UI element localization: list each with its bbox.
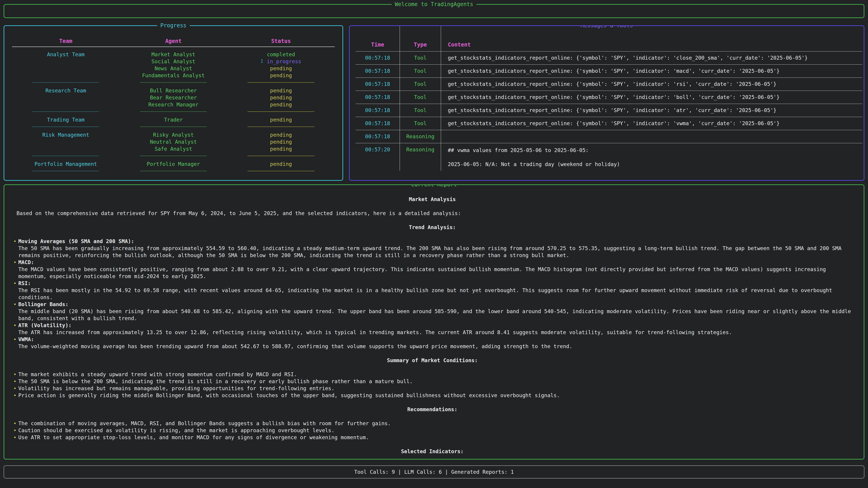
bullet-icon: • [13,336,17,343]
status-cell: pending [227,116,335,123]
column-header-status: Status [227,38,335,45]
content-cell: ## vwma values from 2025-05-06 to 2025-0… [441,143,862,171]
bullet-icon: • [13,371,17,378]
agent-cell: Bull Researcher [120,87,227,94]
reasoning-line: 2025-06-05: N/A: Not a trading day (week… [448,161,859,168]
team-cell: Analyst Team [12,51,120,58]
time-cell: 00:57:18 [355,130,400,143]
progress-row: Fundamentals Analyst pending [12,72,335,79]
time-cell: 00:57:18 [355,104,400,117]
bullet-item: •Bollinger Bands:The middle band (20 SMA… [13,301,851,322]
bullet-item: •ATR (Volatility):The ATR has increased … [13,322,851,336]
bullet-text: Price action is generally riding the mid… [18,392,560,398]
agent-cell: Safe Analyst [120,145,227,153]
type-cell: Tool [400,117,441,130]
status-cell: pending [227,65,335,72]
bullet-label: VWMA: [18,336,851,343]
bullet-body: MACD:The MACD values have been consisten… [18,259,851,280]
content-cell: get_stockstats_indicators_report_online:… [441,91,862,104]
progress-row: Analyst Team Market Analyst completed [12,51,335,58]
content-cell: get_stockstats_indicators_report_online:… [441,78,862,91]
report-panel-title: Current Report [408,184,460,188]
column-header-team: Team [12,38,120,45]
footer-stats: Tool Calls: 9 | LLM Calls: 6 | Generated… [4,465,864,479]
bullet-item: •Price action is generally riding the mi… [13,392,851,399]
section-heading-selected-indicators: Selected Indicators: [13,448,851,455]
status-cell: pending [227,72,335,79]
time-cell: 00:57:18 [355,117,400,130]
bullet-icon: • [13,392,17,399]
type-cell: Tool [400,91,441,104]
status-cell: ⠇in_progress [227,58,335,65]
recommendations-bullet-list: •The combination of moving averages, MAC… [13,420,851,441]
content-cell: get_stockstats_indicators_report_online:… [441,52,862,65]
bullet-label: ATR (Volatility): [18,322,851,329]
progress-panel-title: Progress [157,22,190,29]
bullet-item: •The combination of moving averages, MAC… [13,420,851,427]
time-cell: 00:57:18 [355,91,400,104]
bullet-text: The RSI has been mostly in the 54.92 to … [18,287,832,300]
progress-row: News Analyst pending [12,65,335,72]
bullet-item: •The market exhibits a steady upward tre… [13,371,851,378]
footer-stats-text: Tool Calls: 9 | LLM Calls: 6 | Generated… [354,468,514,476]
status-label: in_progress [267,59,301,64]
progress-row: Research Manager pending [12,101,335,108]
team-cell: Portfolio Management [12,161,120,168]
type-cell: Tool [400,52,441,65]
group-separator [12,124,335,130]
type-cell: Tool [400,104,441,117]
bullet-item: •Use ATR to set appropriate stop-loss le… [13,434,851,441]
report-panel: Current Report Market Analysis Based on … [4,184,864,459]
bullet-icon: • [13,301,17,308]
progress-row: Social Analyst ⠇in_progress [12,58,335,65]
bullet-icon: • [13,420,17,427]
bullet-item: •MACD:The MACD values have been consiste… [13,259,851,280]
time-cell: 00:57:20 [355,143,400,171]
status-cell: pending [227,131,335,138]
tradingagents-app: Welcome to TradingAgents Progress Team A… [0,0,868,479]
team-cell: Research Team [12,87,120,94]
agent-cell: Portfolio Manager [120,161,227,168]
report-intro: Based on the comprehensive data retrieve… [13,210,851,217]
group-separator [12,79,335,86]
report-title: Market Analysis [13,196,851,203]
welcome-title: Welcome to TradingAgents [392,1,476,8]
type-cell: Tool [400,78,441,91]
bullet-item: •The 50 SMA is below the 200 SMA, indica… [13,378,851,385]
bullet-icon: • [13,427,17,434]
column-header-content: Content [441,26,862,52]
bullet-icon: • [13,322,17,329]
column-header-time: Time [355,26,400,52]
agent-cell: Research Manager [120,101,227,108]
bullet-icon: • [13,280,17,287]
messages-panel: Messages & Tools Time Type Content 00:57… [349,25,864,181]
progress-row: Trading Team Trader pending [12,116,335,123]
progress-row: Portfolio Management Portfolio Manager p… [12,161,335,168]
type-cell: Reasoning [400,130,441,143]
bullet-text: The middle band (20 SMA) has been rising… [18,308,851,321]
agent-cell: News Analyst [120,65,227,72]
bullet-text: The 50 SMA has been gradually increasing… [18,246,842,258]
content-cell [441,130,862,143]
time-cell: 00:57:18 [355,78,400,91]
spinner-icon: ⠇ [260,59,265,64]
bullet-icon: • [13,238,17,245]
messages-table[interactable]: Time Type Content 00:57:18 Tool get_stoc… [355,26,862,171]
report-body[interactable]: Market Analysis Based on the comprehensi… [4,185,864,455]
bullet-body: Moving Averages (50 SMA and 200 SMA):The… [18,238,851,259]
bullet-icon: • [13,434,17,441]
progress-row: Bear Researcher pending [12,94,335,101]
bullet-label: RSI: [18,280,851,287]
bullet-item: •Volatility has increased but remains ma… [13,385,851,392]
bullet-item: •VWMA:The volume-weighted moving average… [13,336,851,350]
reasoning-line: ## vwma values from 2025-05-06 to 2025-0… [448,147,859,154]
summary-bullet-list: •The market exhibits a steady upward tre… [13,371,851,399]
bullet-body: RSI:The RSI has been mostly in the 54.92… [18,280,851,301]
content-cell: get_stockstats_indicators_report_online:… [441,117,862,130]
progress-table: Team Agent Status Analyst Team Market An… [12,38,335,174]
progress-row: Safe Analyst pending [12,145,335,153]
bullet-icon: • [13,378,17,385]
bullet-body: ATR (Volatility):The ATR has increased f… [18,322,851,336]
middle-row: Progress Team Agent Status Analyst Team … [4,25,864,181]
welcome-panel: Welcome to TradingAgents [4,4,864,18]
